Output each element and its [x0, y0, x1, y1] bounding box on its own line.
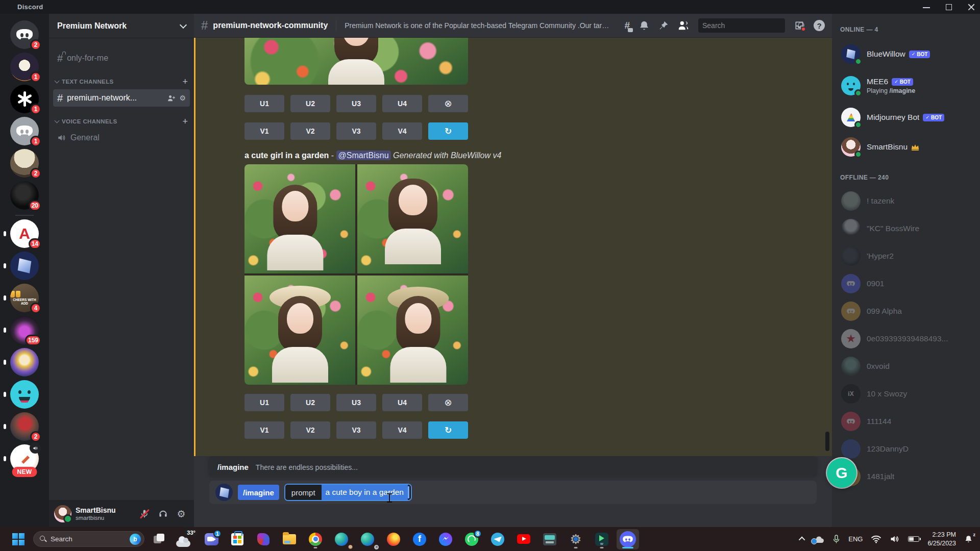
image-quadrant-3[interactable]: [244, 276, 355, 385]
edge-profile-1-button[interactable]: [330, 529, 353, 549]
server-icon-bot[interactable]: 1: [10, 53, 39, 81]
member-row-bluewillow[interactable]: BlueWillow ✓BOT: [840, 39, 976, 69]
variation-button-v2[interactable]: V2: [290, 421, 330, 439]
messenger-button[interactable]: [434, 529, 457, 549]
task-view-button[interactable]: [148, 529, 170, 549]
battery-icon[interactable]: [908, 536, 919, 542]
member-row[interactable]: "KC" BossWire: [840, 215, 976, 242]
whatsapp-button[interactable]: 8: [460, 529, 483, 549]
image-quadrant-2[interactable]: [357, 164, 468, 273]
variation-button-v3[interactable]: V3: [336, 122, 376, 140]
invite-people-icon[interactable]: [167, 94, 175, 102]
language-indicator[interactable]: ENG: [848, 535, 863, 543]
generated-image-partial[interactable]: [244, 38, 468, 85]
headphones-icon[interactable]: [155, 506, 170, 521]
variation-button-v2[interactable]: V2: [290, 122, 330, 140]
search-input[interactable]: [702, 21, 795, 30]
member-row[interactable]: 111144: [840, 408, 976, 435]
variation-button-v1[interactable]: V1: [244, 421, 284, 439]
member-row[interactable]: iX 10 x Swozy: [840, 380, 976, 408]
server-icon-art[interactable]: [10, 348, 39, 377]
tray-microphone-icon[interactable]: [832, 534, 840, 544]
channel-settings-icon[interactable]: ⚙: [179, 94, 186, 102]
firefox-button[interactable]: [382, 529, 405, 549]
member-row-smartbisnu[interactable]: SmartBisnu: [840, 132, 976, 162]
chat-scrollbar-thumb[interactable]: [825, 432, 829, 451]
notifications-bell-icon[interactable]: [639, 20, 649, 31]
server-icon-chatgpt[interactable]: 1: [10, 85, 39, 113]
member-row[interactable]: 'Hyper2: [840, 242, 976, 270]
server-icon-smiley[interactable]: [10, 380, 39, 409]
member-row[interactable]: 123DannyD: [840, 435, 976, 463]
cancel-button[interactable]: ⊗: [428, 394, 468, 411]
upscale-button-u1[interactable]: U1: [244, 95, 284, 112]
home-server-button[interactable]: 2: [10, 20, 39, 49]
user-info[interactable]: SmartBisnu smartbisnu: [76, 506, 133, 520]
onedrive-icon[interactable]: [813, 535, 824, 543]
upscale-button-u2[interactable]: U2: [290, 394, 330, 411]
pinned-messages-icon[interactable]: [658, 20, 669, 31]
user-settings-icon[interactable]: ⚙: [174, 506, 189, 521]
voice-channels-section[interactable]: VOICE CHANNELS +: [55, 117, 188, 126]
upscale-button-u4[interactable]: U4: [382, 394, 422, 411]
chrome-button[interactable]: [304, 529, 327, 549]
slash-command-autocomplete[interactable]: /imagine There are endless possibilities…: [209, 457, 817, 477]
grammarly-widget[interactable]: G: [827, 458, 856, 488]
server-header-dropdown[interactable]: Premium Network: [49, 14, 194, 38]
variation-button-v1[interactable]: V1: [244, 122, 284, 140]
command-option-box[interactable]: prompt a cute boy in a garden: [284, 484, 412, 501]
image-quadrant-1[interactable]: [244, 164, 355, 273]
upscale-button-u3[interactable]: U3: [336, 394, 376, 411]
filmora-button[interactable]: [591, 529, 613, 549]
settings-button[interactable]: ⚙: [565, 529, 587, 549]
youtube-button[interactable]: [512, 529, 535, 549]
minimize-button[interactable]: [923, 4, 930, 11]
member-list-toggle-icon[interactable]: [678, 20, 689, 31]
weather-widget[interactable]: 33°: [174, 529, 197, 549]
teams-chat-button[interactable]: 1: [200, 529, 223, 549]
voice-channel-general[interactable]: General: [53, 129, 190, 146]
active-command-pill[interactable]: /imagine: [238, 485, 279, 500]
edge-profile-2-button[interactable]: [356, 529, 379, 549]
channel-premium-network[interactable]: # premium-network... ⚙: [53, 89, 190, 107]
microphone-muted-icon[interactable]: [137, 506, 152, 521]
variation-button-v4[interactable]: V4: [382, 421, 422, 439]
rerun-button[interactable]: ↻: [428, 421, 468, 439]
cancel-button[interactable]: ⊗: [428, 95, 468, 112]
server-icon-new[interactable]: NEW: [10, 444, 39, 473]
microsoft-365-button[interactable]: [252, 529, 275, 549]
option-value-selected[interactable]: a cute boy in a garden: [322, 485, 408, 500]
member-row-mee6[interactable]: MEE6 ✓BOT Playing /imagine: [840, 69, 976, 103]
member-row-midjourney[interactable]: Midjourney Bot ✓BOT: [840, 103, 976, 132]
channel-topic[interactable]: Premium Network is one of the Popular te…: [345, 21, 610, 30]
message-input-bar[interactable]: /imagine prompt a cute boy in a garden: [209, 481, 817, 504]
server-icon-gray[interactable]: 1: [10, 117, 39, 145]
rerun-button[interactable]: ↻: [428, 122, 468, 140]
server-icon-hands[interactable]: 159: [10, 316, 39, 344]
upscale-button-u3[interactable]: U3: [336, 95, 376, 112]
start-button[interactable]: [7, 529, 30, 549]
generated-image-grid[interactable]: [244, 164, 468, 385]
server-icon-bluewillow[interactable]: [10, 252, 39, 280]
tray-overflow-chevron-icon[interactable]: [799, 537, 805, 543]
member-row[interactable]: ! tazenk: [840, 187, 976, 215]
discord-taskbar-button[interactable]: [617, 529, 639, 549]
member-row[interactable]: 099 Alpha: [840, 297, 976, 325]
microsoft-store-button[interactable]: [226, 529, 249, 549]
help-icon[interactable]: ?: [814, 20, 825, 31]
member-row[interactable]: 0xvoid: [840, 353, 976, 380]
keyboard-app-button[interactable]: [538, 529, 561, 549]
taskbar-clock[interactable]: 2:23 PM 6/25/2023: [927, 531, 956, 548]
threads-icon[interactable]: #: [624, 20, 630, 31]
create-channel-button[interactable]: +: [182, 117, 188, 126]
server-icon-dark[interactable]: 20: [10, 181, 39, 210]
header-search[interactable]: [698, 18, 785, 33]
server-icon-cheers[interactable]: CHEERS WITH ADD 4: [10, 284, 39, 312]
close-button[interactable]: [968, 4, 975, 11]
text-channels-section[interactable]: TEXT CHANNELS +: [55, 77, 188, 86]
taskbar-search-input[interactable]: [51, 535, 126, 543]
member-row[interactable]: 0901: [840, 270, 976, 297]
server-icon-cat[interactable]: 2: [10, 149, 39, 178]
wifi-icon[interactable]: [871, 535, 881, 543]
taskbar-search[interactable]: b: [33, 531, 144, 547]
